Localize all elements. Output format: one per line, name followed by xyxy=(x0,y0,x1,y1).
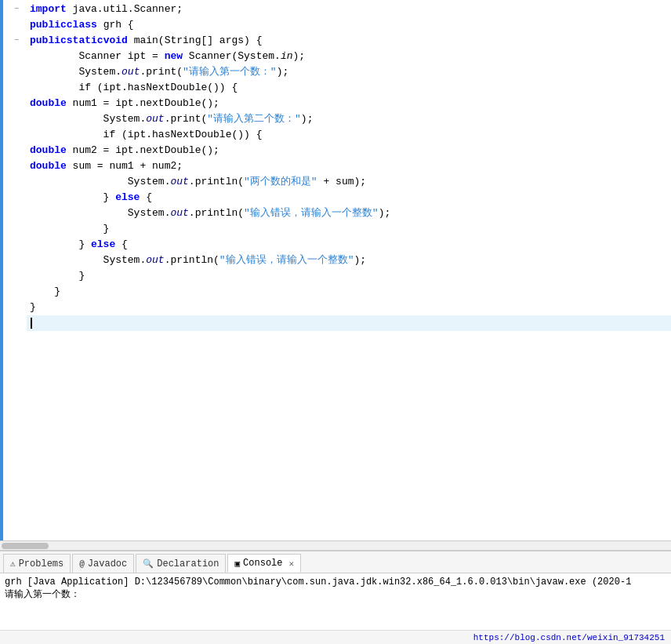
tab-declaration[interactable]: 🔍 Declaration xyxy=(136,554,226,573)
code-line-14[interactable]: System.out.println("输入错误，请输入一个整数"); xyxy=(27,206,671,221)
code-line-9[interactable]: if (ipt.hasNextDouble()) { xyxy=(27,127,671,143)
collapse-icon-line1[interactable]: − xyxy=(14,5,19,13)
gutter-line-12 xyxy=(3,174,27,190)
tab-declaration-label: Declaration xyxy=(157,558,219,569)
gutter-line-14 xyxy=(3,206,27,221)
code-line-5[interactable]: System.out.print("请输入第一个数："); xyxy=(27,64,671,80)
tab-console[interactable]: ▣ Console ✕ xyxy=(227,554,301,573)
gutter-line-10 xyxy=(3,143,27,158)
gutter-line-6 xyxy=(3,80,27,96)
gutter-line-5 xyxy=(3,64,27,80)
code-line-1[interactable]: import java.util.Scanner; xyxy=(27,2,671,17)
console-title-text: grh [Java Application] D:\123456789\Comm… xyxy=(5,577,666,588)
gutter-line-8 xyxy=(3,111,27,127)
gutter-line-20 xyxy=(3,300,27,315)
gutter-line-17 xyxy=(3,253,27,268)
code-line-19[interactable]: } xyxy=(27,284,671,300)
code-line-10[interactable]: double num2 = ipt.nextDouble(); xyxy=(27,143,671,158)
tab-problems-label: Problems xyxy=(19,558,64,569)
line-gutter: − − xyxy=(3,0,27,540)
code-area: − − import java.util.Sca xyxy=(0,0,671,540)
collapse-icon-line3[interactable]: − xyxy=(14,36,19,45)
code-line-13[interactable]: } else { xyxy=(27,190,671,206)
editor-container: − − import java.util.Sca xyxy=(0,0,671,550)
console-icon: ▣ xyxy=(234,558,240,569)
tabs-bar: ⚠ Problems @ Javadoc 🔍 Declaration ▣ Con… xyxy=(0,551,671,573)
code-line-4[interactable]: Scanner ipt = new Scanner(System.in); xyxy=(27,49,671,64)
code-line-3[interactable]: public static void main(String[] args) { xyxy=(27,33,671,49)
code-lines[interactable]: import java.util.Scanner;public class gr… xyxy=(27,0,671,540)
code-line-6[interactable]: if (ipt.hasNextDouble()) { xyxy=(27,80,671,96)
scrollbar-thumb[interactable] xyxy=(2,543,49,549)
tab-problems[interactable]: ⚠ Problems xyxy=(3,554,71,573)
gutter-line-11 xyxy=(3,158,27,174)
gutter-line-2 xyxy=(3,17,27,33)
code-line-17[interactable]: System.out.println("输入错误，请输入一个整数"); xyxy=(27,253,671,268)
code-line-12[interactable]: System.out.println("两个数的和是" + sum); xyxy=(27,174,671,190)
javadoc-icon: @ xyxy=(79,559,85,569)
code-line-15[interactable]: } xyxy=(27,221,671,237)
gutter-line-13 xyxy=(3,190,27,206)
gutter-line-9 xyxy=(3,127,27,143)
declaration-icon: 🔍 xyxy=(143,558,154,569)
code-line-16[interactable]: } else { xyxy=(27,237,671,253)
tab-javadoc[interactable]: @ Javadoc xyxy=(72,554,134,573)
gutter-line-7 xyxy=(3,96,27,111)
gutter-line-19 xyxy=(3,284,27,300)
bottom-status-bar: https://blog.csdn.net/weixin_91734251 xyxy=(0,630,671,644)
horizontal-scrollbar[interactable] xyxy=(0,540,671,550)
bottom-panel: ⚠ Problems @ Javadoc 🔍 Declaration ▣ Con… xyxy=(0,550,671,644)
code-line-11[interactable]: double sum = num1 + num2; xyxy=(27,158,671,174)
tab-console-label: Console xyxy=(243,558,282,569)
problems-icon: ⚠ xyxy=(10,558,16,569)
code-line-8[interactable]: System.out.print("请输入第二个数："); xyxy=(27,111,671,127)
gutter-line-16 xyxy=(3,237,27,253)
code-line-7[interactable]: double num1 = ipt.nextDouble(); xyxy=(27,96,671,111)
gutter-line-3: − xyxy=(3,33,27,49)
console-input-line: 请输入第一个数： xyxy=(5,588,666,601)
tab-javadoc-label: Javadoc xyxy=(88,558,127,569)
code-line-2[interactable]: public class grh { xyxy=(27,17,671,33)
code-line-18[interactable]: } xyxy=(27,268,671,284)
code-line-20[interactable]: } xyxy=(27,300,671,315)
code-line-21[interactable] xyxy=(27,315,671,331)
console-content: grh [Java Application] D:\123456789\Comm… xyxy=(0,573,671,630)
console-close-icon[interactable]: ✕ xyxy=(289,558,295,569)
status-link[interactable]: https://blog.csdn.net/weixin_91734251 xyxy=(473,633,665,642)
gutter-line-18 xyxy=(3,268,27,284)
gutter-line-4 xyxy=(3,49,27,64)
gutter-line-15 xyxy=(3,221,27,237)
gutter-line-1: − xyxy=(3,2,27,17)
